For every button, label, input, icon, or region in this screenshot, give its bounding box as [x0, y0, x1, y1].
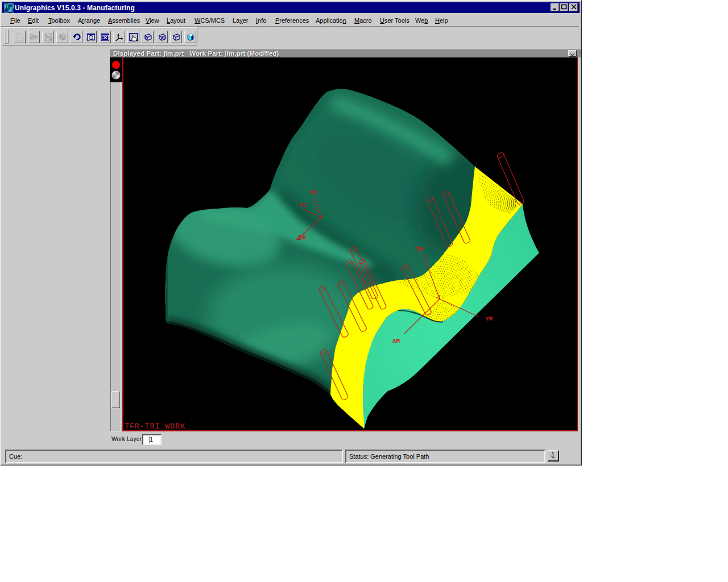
svg-text:XM: XM	[392, 338, 400, 344]
svg-text:ZC: ZC	[299, 234, 307, 241]
svg-text:YM: YM	[485, 315, 493, 322]
svg-text:ZM: ZM	[416, 246, 424, 253]
svg-text:XC: XC	[310, 189, 318, 196]
svg-text:YC: YC	[299, 202, 307, 209]
svg-text:TFR-TRI WORK: TFR-TRI WORK	[125, 422, 185, 431]
